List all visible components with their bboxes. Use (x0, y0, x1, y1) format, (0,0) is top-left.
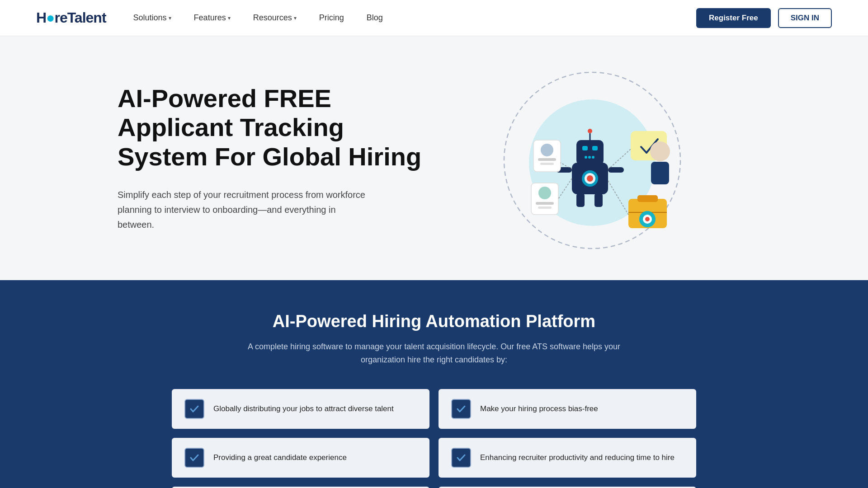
hero-image (434, 63, 750, 253)
navbar: H●reTalent Solutions ▾ Features ▾ Resour… (0, 0, 868, 36)
features-grid: Globally distributing your jobs to attra… (172, 389, 696, 488)
feature-card-6: Sourcing and appointing with a few click… (439, 487, 696, 488)
nav-blog[interactable]: Blog (367, 13, 383, 23)
check-icon-4 (451, 448, 471, 468)
platform-description: A complete hiring software to manage you… (231, 340, 637, 366)
svg-rect-24 (536, 202, 554, 205)
platform-title: AI-Powered Hiring Automation Platform (90, 312, 778, 331)
check-icon-2 (451, 399, 471, 419)
hero-section: AI-Powered FREE Applicant Tracking Syste… (0, 36, 868, 280)
check-icon-3 (184, 448, 204, 468)
chevron-down-icon: ▾ (294, 15, 297, 21)
feature-text-2: Make your hiring process bias-free (480, 404, 598, 414)
svg-rect-5 (592, 146, 598, 150)
svg-point-36 (645, 217, 650, 221)
svg-point-7 (588, 156, 591, 159)
feature-card-1: Globally distributing your jobs to attra… (172, 389, 429, 429)
check-icon-1 (184, 399, 204, 419)
svg-rect-21 (540, 163, 554, 165)
hero-content: AI-Powered FREE Applicant Tracking Syste… (118, 84, 434, 232)
svg-point-10 (588, 129, 592, 133)
svg-rect-30 (651, 162, 669, 184)
feature-text-1: Globally distributing your jobs to attra… (213, 404, 394, 414)
nav-links: Solutions ▾ Features ▾ Resources ▾ Prici… (133, 13, 696, 23)
nav-solutions[interactable]: Solutions ▾ (133, 13, 171, 23)
feature-text-4: Enhancing recruiter productivity and red… (480, 452, 675, 463)
hero-title: AI-Powered FREE Applicant Tracking Syste… (118, 84, 434, 171)
hero-illustration (497, 63, 687, 253)
svg-point-19 (541, 144, 553, 156)
svg-rect-3 (576, 140, 604, 165)
nav-actions: Register Free SIGN IN (696, 8, 832, 28)
chevron-down-icon: ▾ (228, 15, 231, 21)
svg-rect-12 (608, 167, 624, 173)
nav-pricing[interactable]: Pricing (319, 13, 344, 23)
nav-features[interactable]: Features ▾ (194, 13, 231, 23)
svg-rect-13 (576, 193, 585, 207)
nav-resources[interactable]: Resources ▾ (253, 13, 297, 23)
svg-rect-25 (538, 206, 552, 209)
feature-card-3: Providing a great candidate experience (172, 438, 429, 478)
svg-point-23 (538, 187, 551, 199)
hero-description: Simplify each step of your recruitment p… (118, 188, 371, 232)
svg-point-29 (650, 141, 670, 161)
svg-point-8 (592, 156, 594, 159)
logo[interactable]: H●reTalent (36, 9, 106, 26)
svg-point-6 (585, 156, 587, 159)
blue-section: AI-Powered Hiring Automation Platform A … (0, 280, 868, 488)
signin-button[interactable]: SIGN IN (778, 8, 832, 28)
register-button[interactable]: Register Free (696, 8, 771, 28)
feature-text-3: Providing a great candidate experience (213, 452, 347, 463)
svg-point-17 (587, 175, 593, 182)
feature-card-5: Automatically matches the best talent wi… (172, 487, 429, 488)
feature-card-2: Make your hiring process bias-free (439, 389, 696, 429)
svg-rect-32 (637, 195, 658, 202)
svg-rect-20 (538, 158, 556, 161)
svg-rect-14 (594, 193, 603, 207)
chevron-down-icon: ▾ (169, 15, 171, 21)
feature-card-4: Enhancing recruiter productivity and red… (439, 438, 696, 478)
svg-rect-4 (582, 146, 588, 150)
